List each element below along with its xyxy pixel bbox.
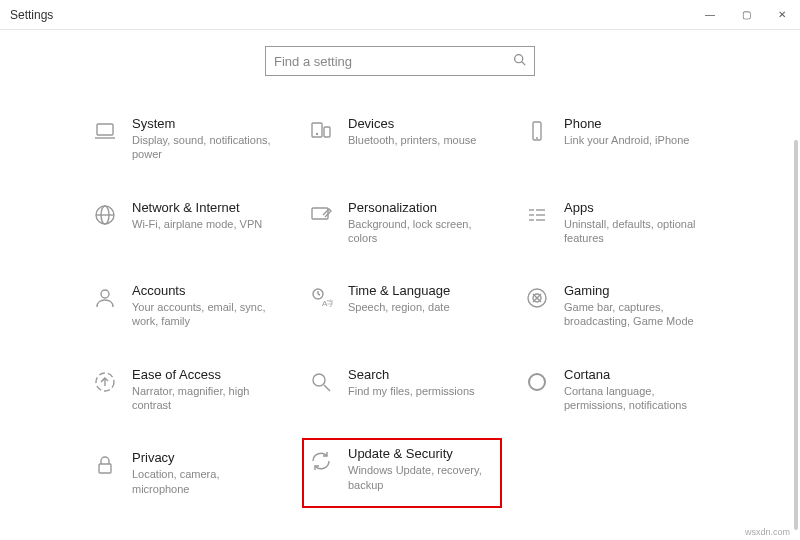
minimize-button[interactable]: — <box>692 0 728 30</box>
tile-title: Search <box>348 367 494 382</box>
tile-privacy[interactable]: Privacy Location, camera, microphone <box>90 446 278 500</box>
tile-phone[interactable]: Phone Link your Android, iPhone <box>522 112 710 166</box>
tile-desc: Find my files, permissions <box>348 384 494 398</box>
svg-point-29 <box>313 374 325 386</box>
tile-text: Search Find my files, permissions <box>348 367 494 398</box>
tile-desc: Cortana language, permissions, notificat… <box>564 384 710 413</box>
tile-text: Update & Security Windows Update, recove… <box>348 446 494 492</box>
tile-desc: Narrator, magnifier, high contrast <box>132 384 278 413</box>
lock-icon <box>90 450 120 480</box>
cortana-icon <box>522 367 552 397</box>
tile-title: Privacy <box>132 450 278 465</box>
tile-devices[interactable]: Devices Bluetooth, printers, mouse <box>306 112 494 166</box>
tile-text: Privacy Location, camera, microphone <box>132 450 278 496</box>
tile-title: Time & Language <box>348 283 494 298</box>
ease-icon <box>90 367 120 397</box>
tile-desc: Display, sound, notifications, power <box>132 133 278 162</box>
tile-title: Personalization <box>348 200 494 215</box>
tile-apps[interactable]: Apps Uninstall, defaults, optional featu… <box>522 196 710 250</box>
phone-icon <box>522 116 552 146</box>
tile-desc: Link your Android, iPhone <box>564 133 710 147</box>
tile-text: Ease of Access Narrator, magnifier, high… <box>132 367 278 413</box>
brush-icon <box>306 200 336 230</box>
tile-desc: Game bar, captures, broadcasting, Game M… <box>564 300 710 329</box>
tile-system[interactable]: System Display, sound, notifications, po… <box>90 112 278 166</box>
tile-desc: Bluetooth, printers, mouse <box>348 133 494 147</box>
settings-grid: System Display, sound, notifications, po… <box>60 112 740 500</box>
tile-title: Update & Security <box>348 446 494 461</box>
tile-text: Phone Link your Android, iPhone <box>564 116 710 147</box>
tile-desc: Speech, region, date <box>348 300 494 314</box>
svg-line-22 <box>318 294 320 295</box>
tile-title: Devices <box>348 116 494 131</box>
maximize-button[interactable]: ▢ <box>728 0 764 30</box>
tile-gaming[interactable]: Gaming Game bar, captures, broadcasting,… <box>522 279 710 333</box>
tile-desc: Location, camera, microphone <box>132 467 278 496</box>
tile-text: Network & Internet Wi-Fi, airplane mode,… <box>132 200 278 231</box>
tile-text: Personalization Background, lock screen,… <box>348 200 494 246</box>
tile-time-language[interactable]: A字 Time & Language Speech, region, date <box>306 279 494 333</box>
tile-search[interactable]: Search Find my files, permissions <box>306 363 494 417</box>
content-area: Find a setting System Display, sound, no… <box>0 30 800 540</box>
tile-title: Ease of Access <box>132 367 278 382</box>
person-icon <box>90 283 120 313</box>
svg-rect-2 <box>97 124 113 135</box>
tile-text: Apps Uninstall, defaults, optional featu… <box>564 200 710 246</box>
tile-text: System Display, sound, notifications, po… <box>132 116 278 162</box>
svg-point-19 <box>101 290 109 298</box>
svg-line-30 <box>324 385 330 391</box>
tile-text: Time & Language Speech, region, date <box>348 283 494 314</box>
search-input[interactable]: Find a setting <box>265 46 535 76</box>
devices-icon <box>306 116 336 146</box>
tile-title: Cortana <box>564 367 710 382</box>
search-placeholder: Find a setting <box>274 54 352 69</box>
magnifier-icon <box>306 367 336 397</box>
tile-text: Gaming Game bar, captures, broadcasting,… <box>564 283 710 329</box>
tile-ease-of-access[interactable]: Ease of Access Narrator, magnifier, high… <box>90 363 278 417</box>
svg-rect-32 <box>99 464 111 473</box>
sync-icon <box>306 446 336 476</box>
svg-text:A字: A字 <box>322 299 333 308</box>
svg-point-31 <box>529 374 545 390</box>
search-icon <box>513 53 526 69</box>
tile-text: Accounts Your accounts, email, sync, wor… <box>132 283 278 329</box>
tile-title: Network & Internet <box>132 200 278 215</box>
tile-title: Apps <box>564 200 710 215</box>
tile-title: Gaming <box>564 283 710 298</box>
gaming-icon <box>522 283 552 313</box>
tile-title: Phone <box>564 116 710 131</box>
tile-cortana[interactable]: Cortana Cortana language, permissions, n… <box>522 363 710 417</box>
timelang-icon: A字 <box>306 283 336 313</box>
window-title: Settings <box>10 8 53 22</box>
svg-point-0 <box>515 55 523 63</box>
tile-desc: Background, lock screen, colors <box>348 217 494 246</box>
laptop-icon <box>90 116 120 146</box>
tile-desc: Your accounts, email, sync, work, family <box>132 300 278 329</box>
tile-title: Accounts <box>132 283 278 298</box>
svg-line-1 <box>522 62 525 65</box>
tile-network[interactable]: Network & Internet Wi-Fi, airplane mode,… <box>90 196 278 250</box>
tile-personalization[interactable]: Personalization Background, lock screen,… <box>306 196 494 250</box>
tile-desc: Windows Update, recovery, backup <box>348 463 494 492</box>
scrollbar[interactable] <box>794 140 798 530</box>
tile-accounts[interactable]: Accounts Your accounts, email, sync, wor… <box>90 279 278 333</box>
titlebar: Settings — ▢ ✕ <box>0 0 800 30</box>
globe-icon <box>90 200 120 230</box>
tile-update-security[interactable]: Update & Security Windows Update, recove… <box>302 438 502 508</box>
tile-title: System <box>132 116 278 131</box>
watermark: wsxdn.com <box>745 527 790 537</box>
search-container: Find a setting <box>60 46 740 76</box>
apps-icon <box>522 200 552 230</box>
svg-rect-5 <box>324 127 330 137</box>
close-button[interactable]: ✕ <box>764 0 800 30</box>
tile-text: Cortana Cortana language, permissions, n… <box>564 367 710 413</box>
tile-desc: Wi-Fi, airplane mode, VPN <box>132 217 278 231</box>
tile-text: Devices Bluetooth, printers, mouse <box>348 116 494 147</box>
svg-point-6 <box>317 134 318 135</box>
tile-desc: Uninstall, defaults, optional features <box>564 217 710 246</box>
window-controls: — ▢ ✕ <box>692 0 800 30</box>
